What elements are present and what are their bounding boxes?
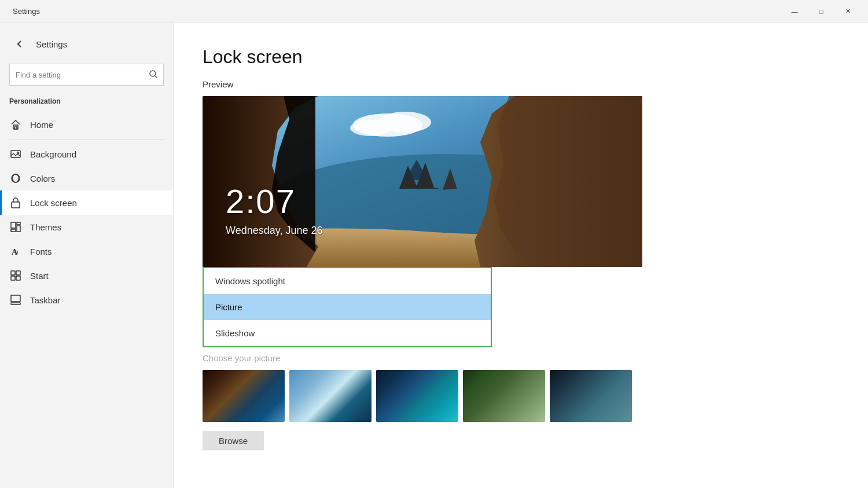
search-icon — [149, 70, 157, 80]
titlebar: Settings — □ ✕ — [0, 0, 868, 23]
window-controls: — □ ✕ — [781, 0, 861, 23]
dropdown-option-slideshow[interactable]: Slideshow — [204, 320, 491, 346]
taskbar-icon — [9, 293, 22, 306]
svg-line-1 — [155, 76, 157, 78]
home-icon — [9, 118, 22, 131]
sidebar-item-fonts[interactable]: A a Fonts — [0, 239, 173, 263]
sidebar-item-themes[interactable]: Themes — [0, 215, 173, 239]
svg-point-24 — [350, 120, 391, 136]
lock-icon — [9, 196, 22, 209]
choose-label: Choose your picture — [203, 353, 839, 363]
thumbnail-4[interactable] — [463, 370, 545, 422]
sidebar-item-start-label: Start — [30, 271, 49, 281]
svg-rect-9 — [11, 222, 16, 228]
bottom-section: Choose your picture Browse — [203, 353, 839, 450]
fonts-icon: A a — [9, 245, 22, 258]
search-box-wrap — [0, 64, 173, 97]
browse-button[interactable]: Browse — [203, 431, 264, 450]
sidebar-item-background-label: Background — [30, 149, 76, 159]
thumbnail-5[interactable] — [550, 370, 632, 422]
thumbnails-row — [203, 370, 839, 422]
sidebar-item-colors-label: Colors — [30, 174, 55, 184]
page-title: Lock screen — [203, 46, 839, 68]
search-input[interactable] — [16, 71, 149, 79]
sidebar-divider — [9, 139, 164, 140]
svg-rect-16 — [11, 276, 15, 280]
preview-label: Preview — [203, 79, 839, 89]
close-button[interactable]: ✕ — [834, 0, 861, 23]
app-title: Settings — [36, 39, 67, 49]
sidebar-item-themes-label: Themes — [30, 222, 61, 232]
app-container: Settings Personalization — [0, 23, 868, 488]
sidebar-header: Settings — [0, 29, 173, 64]
colors-icon — [9, 172, 22, 185]
sidebar-item-fonts-label: Fonts — [30, 247, 52, 256]
sidebar-item-lock-screen[interactable]: Lock screen — [0, 190, 173, 215]
svg-rect-7 — [12, 202, 20, 208]
sidebar-item-taskbar-label: Taskbar — [30, 295, 61, 305]
thumbnail-1[interactable] — [203, 370, 285, 422]
main-content: Lock screen Preview — [174, 23, 868, 488]
svg-rect-17 — [16, 276, 20, 280]
lock-screen-preview: 2:07 Wednesday, June 26 — [203, 96, 642, 267]
maximize-button[interactable]: □ — [808, 0, 834, 23]
sidebar-item-start[interactable]: Start — [0, 263, 173, 288]
svg-rect-3 — [14, 127, 17, 129]
preview-date: Wednesday, June 26 — [226, 225, 322, 237]
svg-point-0 — [150, 71, 156, 76]
thumbnail-2[interactable] — [289, 370, 372, 422]
svg-rect-8 — [11, 229, 16, 232]
thumbnail-3[interactable] — [376, 370, 458, 422]
start-icon — [9, 269, 22, 282]
sidebar-item-home-label: Home — [30, 120, 53, 130]
dropdown-option-windows-spotlight[interactable]: Windows spotlight — [204, 268, 491, 294]
sidebar-item-background[interactable]: Background — [0, 142, 173, 166]
search-box[interactable] — [9, 64, 164, 86]
back-button[interactable] — [9, 34, 30, 54]
preview-time: 2:07 — [226, 182, 296, 221]
dropdown-option-picture[interactable]: Picture — [204, 294, 491, 320]
background-type-dropdown[interactable]: Windows spotlight Picture Slideshow — [203, 267, 492, 347]
section-label: Personalization — [0, 97, 173, 112]
svg-rect-19 — [11, 303, 20, 304]
svg-text:a: a — [16, 248, 19, 255]
minimize-button[interactable]: — — [781, 0, 808, 23]
svg-rect-15 — [16, 271, 20, 275]
sidebar-item-lock-screen-label: Lock screen — [30, 198, 77, 208]
svg-point-5 — [17, 152, 19, 154]
svg-rect-11 — [17, 226, 20, 232]
sidebar-item-taskbar[interactable]: Taskbar — [0, 288, 173, 312]
background-icon — [9, 148, 22, 160]
sidebar: Settings Personalization — [0, 23, 174, 488]
themes-icon — [9, 221, 22, 233]
svg-rect-14 — [11, 271, 15, 275]
sidebar-item-colors[interactable]: Colors — [0, 166, 173, 190]
titlebar-title: Settings — [13, 7, 40, 16]
sidebar-item-home[interactable]: Home — [0, 112, 173, 137]
svg-rect-10 — [17, 222, 20, 225]
svg-rect-18 — [11, 295, 20, 302]
